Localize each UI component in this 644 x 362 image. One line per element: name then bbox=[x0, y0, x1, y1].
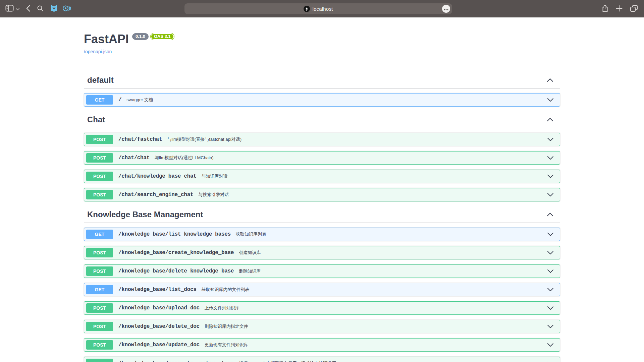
extension-shield-button[interactable] bbox=[50, 4, 58, 13]
page-settings-button[interactable] bbox=[442, 5, 450, 13]
share-button[interactable] bbox=[602, 4, 608, 13]
expand-endpoint-icon[interactable] bbox=[547, 343, 554, 347]
http-method-badge: POST bbox=[86, 190, 113, 199]
expand-endpoint-icon[interactable] bbox=[547, 193, 554, 197]
endpoint-row[interactable]: POST /chat/chat 与llm模型对话(通过LLMChain) bbox=[84, 151, 560, 165]
endpoint-path: /chat/search_engine_chat bbox=[118, 192, 193, 198]
endpoint-row[interactable]: POST /knowledge_base/recreate_vector_sto… bbox=[84, 357, 560, 362]
endpoint-row[interactable]: POST /knowledge_base/delete_doc 删除知识库内指定… bbox=[84, 320, 560, 333]
endpoint-path: /chat/fastchat bbox=[118, 136, 162, 142]
section-operations: GET / swagger 文档 bbox=[84, 93, 560, 107]
api-section: Knowledge Base Management GET /knowledge… bbox=[84, 206, 560, 362]
oas-badge: OAS 3.1 bbox=[151, 33, 174, 40]
endpoint-row[interactable]: GET / swagger 文档 bbox=[84, 93, 560, 107]
endpoint-description: 删除知识库内指定文件 bbox=[205, 323, 248, 329]
endpoint-path: /knowledge_base/create_knowledge_base bbox=[118, 250, 234, 256]
endpoint-row[interactable]: POST /chat/knowledge_base_chat 与知识库对话 bbox=[84, 170, 560, 183]
http-method-badge: POST bbox=[86, 248, 113, 257]
endpoint-description: 获取知识库列表 bbox=[236, 231, 266, 237]
expand-endpoint-icon[interactable] bbox=[547, 98, 554, 102]
expand-endpoint-icon[interactable] bbox=[547, 288, 554, 292]
section-title: Chat bbox=[87, 115, 105, 124]
collapse-section-icon[interactable] bbox=[547, 211, 553, 218]
expand-endpoint-icon[interactable] bbox=[547, 137, 554, 141]
collapse-section-icon[interactable] bbox=[547, 76, 553, 84]
expand-endpoint-icon[interactable] bbox=[547, 156, 554, 160]
section-header[interactable]: Knowledge Base Management bbox=[84, 206, 560, 223]
endpoint-row[interactable]: GET /knowledge_base/list_docs 获取知识库内的文件列… bbox=[84, 283, 560, 296]
endpoint-path: /knowledge_base/upload_doc bbox=[118, 305, 200, 311]
section-title: Knowledge Base Management bbox=[87, 210, 203, 219]
sidebar-menu-button[interactable] bbox=[16, 6, 19, 11]
browser-toolbar: localhost bbox=[0, 0, 644, 17]
endpoint-row[interactable]: GET /knowledge_base/list_knowledge_bases… bbox=[84, 228, 560, 241]
search-button[interactable] bbox=[37, 5, 44, 13]
http-method-badge: GET bbox=[86, 95, 113, 105]
ellipsis-icon bbox=[444, 6, 448, 11]
api-title-text: FastAPI bbox=[84, 32, 129, 46]
tab-overview-button[interactable] bbox=[630, 5, 638, 13]
http-method-badge: POST bbox=[86, 303, 113, 313]
endpoint-row[interactable]: POST /chat/search_engine_chat 与搜索引擎对话 bbox=[84, 188, 560, 201]
http-method-badge: POST bbox=[86, 359, 113, 362]
sidebar-icon bbox=[5, 5, 14, 13]
page-title: FastAPI 0.1.0 OAS 3.1 bbox=[84, 32, 560, 46]
endpoint-row[interactable]: POST /knowledge_base/create_knowledge_ba… bbox=[84, 246, 560, 259]
endpoint-path: / bbox=[118, 97, 121, 103]
endpoint-row[interactable]: POST /knowledge_base/delete_knowledge_ba… bbox=[84, 264, 560, 278]
back-icon bbox=[26, 5, 30, 13]
chevron-down-icon bbox=[16, 6, 19, 11]
endpoint-path: /knowledge_base/delete_doc bbox=[118, 323, 200, 329]
sidebar-toggle-button[interactable] bbox=[5, 5, 14, 13]
section-operations: POST /chat/fastchat 与llm模型对话(直接与fastchat… bbox=[84, 133, 560, 201]
section-header[interactable]: Chat bbox=[84, 112, 560, 128]
endpoint-description: 与知识库对话 bbox=[202, 173, 228, 179]
http-method-badge: POST bbox=[86, 153, 113, 163]
openapi-spec-link[interactable]: /openapi.json bbox=[84, 49, 112, 54]
endpoint-description: 获取知识库内的文件列表 bbox=[202, 287, 250, 293]
endpoint-description: 与搜索引擎对话 bbox=[198, 192, 229, 198]
search-icon bbox=[37, 5, 44, 13]
site-favicon-icon bbox=[304, 6, 310, 12]
expand-endpoint-icon[interactable] bbox=[547, 306, 554, 310]
endpoint-path: /knowledge_base/delete_knowledge_base bbox=[118, 268, 234, 274]
collapse-section-icon[interactable] bbox=[547, 116, 553, 123]
extension-dial-button[interactable] bbox=[62, 5, 71, 13]
endpoint-path: /knowledge_base/list_knowledge_bases bbox=[118, 231, 231, 237]
expand-endpoint-icon[interactable] bbox=[547, 174, 554, 178]
http-method-badge: POST bbox=[86, 322, 113, 331]
endpoint-row[interactable]: POST /chat/fastchat 与llm模型对话(直接与fastchat… bbox=[84, 133, 560, 146]
http-method-badge: GET bbox=[86, 285, 113, 294]
api-info-block: FastAPI 0.1.0 OAS 3.1 /openapi.json bbox=[84, 17, 560, 55]
swagger-page: FastAPI 0.1.0 OAS 3.1 /openapi.json defa… bbox=[0, 17, 644, 362]
endpoint-description: 创建知识库 bbox=[239, 250, 261, 256]
http-method-badge: POST bbox=[86, 340, 113, 350]
endpoint-row[interactable]: POST /knowledge_base/update_doc 更新现有文件到知… bbox=[84, 338, 560, 352]
endpoint-path: /chat/chat bbox=[118, 155, 150, 161]
endpoint-row[interactable]: POST /knowledge_base/upload_doc 上传文件到知识库 bbox=[84, 301, 560, 315]
endpoint-path: /knowledge_base/recreate_vector_store bbox=[118, 360, 234, 362]
endpoint-description: 更新现有文件到知识库 bbox=[205, 342, 248, 348]
share-icon bbox=[602, 4, 608, 13]
new-tab-button[interactable] bbox=[616, 5, 623, 13]
expand-endpoint-icon[interactable] bbox=[547, 269, 554, 273]
extension-dial-icon bbox=[62, 5, 71, 13]
section-operations: GET /knowledge_base/list_knowledge_bases… bbox=[84, 228, 560, 362]
endpoint-description: 根据content中文档重建向量库，流式输出处理进度。 bbox=[239, 360, 340, 362]
expand-endpoint-icon[interactable] bbox=[547, 324, 554, 328]
http-method-badge: POST bbox=[86, 135, 113, 144]
toolbar-left-group bbox=[0, 4, 76, 13]
endpoint-path: /knowledge_base/list_docs bbox=[118, 287, 197, 293]
endpoint-description: swagger 文档 bbox=[126, 97, 153, 103]
tab-overview-icon bbox=[630, 5, 638, 13]
api-section: default GET / swagger 文档 bbox=[84, 72, 560, 107]
expand-endpoint-icon[interactable] bbox=[547, 232, 554, 236]
section-header[interactable]: default bbox=[84, 72, 560, 88]
address-bar[interactable]: localhost bbox=[184, 3, 452, 14]
api-section: Chat POST /chat/fastchat 与llm模型对话(直接与fas… bbox=[84, 112, 560, 201]
endpoint-description: 与llm模型对话(直接与fastchat api对话) bbox=[167, 136, 241, 142]
endpoint-path: /knowledge_base/update_doc bbox=[118, 342, 200, 348]
back-button[interactable] bbox=[26, 5, 30, 13]
expand-endpoint-icon[interactable] bbox=[547, 251, 554, 255]
url-host: localhost bbox=[312, 6, 333, 12]
